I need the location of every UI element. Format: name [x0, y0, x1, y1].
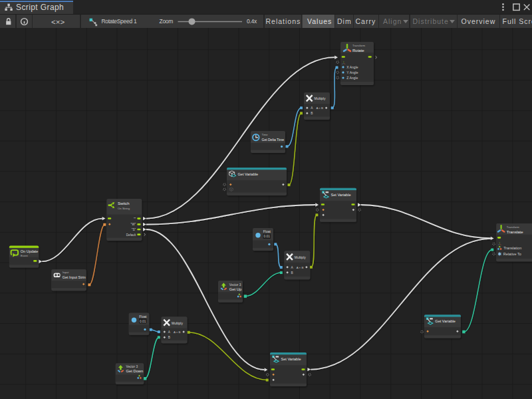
svg-text:Input: Input — [63, 271, 69, 274]
svg-text:"S": "S" — [132, 228, 136, 231]
svg-text:Relative To: Relative To — [503, 252, 521, 256]
svg-text:B: B — [311, 112, 313, 115]
svg-text:Set Variable: Set Variable — [331, 193, 351, 197]
svg-text:Multiply: Multiply — [295, 255, 306, 259]
svg-text:Multiply: Multiply — [315, 96, 326, 100]
svg-text:0.01: 0.01 — [264, 235, 271, 238]
svg-text:Transform: Transform — [352, 44, 365, 47]
svg-text:Translation: Translation — [503, 246, 521, 250]
svg-text:Vector 3: Vector 3 — [229, 283, 241, 287]
svg-text:Event: Event — [21, 254, 29, 257]
svg-text:Vector 3: Vector 3 — [126, 365, 138, 368]
svg-text:0.01: 0.01 — [140, 320, 146, 323]
svg-text:Set Variable: Set Variable — [281, 357, 301, 361]
svg-text:Get Delta Time: Get Delta Time — [262, 138, 285, 142]
svg-text:Multiply: Multiply — [172, 321, 183, 325]
svg-text:On String: On String — [118, 207, 130, 210]
svg-text:Transform: Transform — [507, 225, 519, 229]
svg-text:Time: Time — [262, 133, 269, 136]
svg-text:Get Variable: Get Variable — [238, 172, 259, 176]
svg-text:Float: Float — [263, 229, 271, 233]
svg-text:"W": "W" — [131, 223, 136, 226]
svg-text:B: B — [291, 271, 293, 275]
svg-text:Get Variable: Get Variable — [435, 319, 456, 323]
svg-text:Rotate: Rotate — [352, 49, 364, 53]
svg-text:X Angle: X Angle — [346, 65, 358, 69]
svg-text:On Update: On Update — [21, 249, 39, 253]
svg-text:Get Up: Get Up — [229, 287, 241, 291]
svg-text:Float: Float — [139, 315, 147, 319]
svg-text:A × B: A × B — [297, 266, 304, 269]
svg-text:<×>: <×> — [51, 18, 65, 26]
svg-text:Get Input Strin: Get Input Strin — [63, 275, 86, 279]
svg-text:Z Angle: Z Angle — [346, 76, 358, 80]
svg-text:Default: Default — [126, 233, 136, 237]
svg-text:"": "" — [134, 217, 136, 221]
svg-text:Get Down: Get Down — [126, 369, 144, 373]
svg-text:Y Angle: Y Angle — [346, 70, 358, 74]
svg-text:B: B — [168, 336, 170, 339]
svg-text:Translate: Translate — [507, 230, 523, 234]
svg-text:A × B: A × B — [174, 331, 181, 334]
svg-text:Switch: Switch — [118, 201, 130, 205]
svg-text:A × B: A × B — [316, 106, 323, 110]
